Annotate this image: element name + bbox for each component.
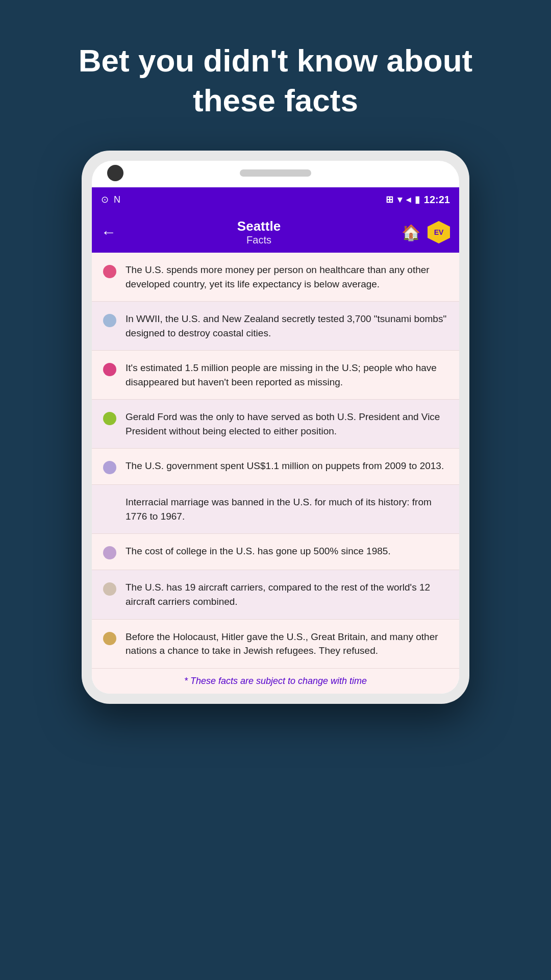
fact-dot (103, 314, 116, 327)
fact-dot (103, 363, 116, 376)
wifi-icon: ▾ (397, 194, 402, 205)
fact-text: The U.S. spends more money per person on… (126, 263, 448, 291)
signal-icon: ◂ (406, 194, 411, 205)
fact-text: Before the Holocaust, Hitler gave the U.… (126, 630, 448, 658)
status-bar: ⊙ N ⊞ ▾ ◂ ▮ 12:21 (92, 187, 459, 212)
list-item[interactable]: Gerald Ford was the only to have served … (92, 400, 459, 449)
camera-status-icon: ⊙ (101, 194, 109, 205)
status-time: 12:21 (424, 194, 450, 206)
status-bar-right: ⊞ ▾ ◂ ▮ 12:21 (386, 194, 450, 206)
fact-dot (103, 412, 116, 425)
list-item[interactable]: Before the Holocaust, Hitler gave the U.… (92, 620, 459, 669)
ev-badge-text: EV (434, 228, 444, 236)
list-item[interactable]: In WWII, the U.S. and New Zealand secret… (92, 302, 459, 351)
battery-icon: ▮ (415, 194, 420, 205)
fact-text: It's estimated 1.5 million people are mi… (126, 361, 448, 389)
footer-note: * These facts are subject to change with… (92, 669, 459, 694)
back-button[interactable]: ← (101, 224, 116, 241)
facts-list: The U.S. spends more money per person on… (92, 253, 459, 669)
fact-dot (103, 546, 116, 559)
phone-notch (92, 161, 459, 187)
app-bar-subtitle: Facts (246, 234, 271, 246)
phone-frame: ⊙ N ⊞ ▾ ◂ ▮ 12:21 ← Seattle Facts 🏠 EV (82, 151, 469, 704)
fact-text: The U.S. has 19 aircraft carriers, compa… (126, 580, 448, 608)
fact-text: In WWII, the U.S. and New Zealand secret… (126, 312, 448, 340)
ev-badge-button[interactable]: EV (428, 221, 450, 243)
app-bar: ← Seattle Facts 🏠 EV (92, 212, 459, 253)
page-headline: Bet you didn't know about these facts (0, 0, 551, 151)
list-item[interactable]: The U.S. has 19 aircraft carriers, compa… (92, 570, 459, 619)
fact-dot (103, 461, 116, 474)
app-bar-title-group: Seattle Facts (126, 218, 392, 246)
fact-text: Interracial marriage was banned in the U… (126, 495, 448, 523)
fact-dot (103, 265, 116, 278)
phone-camera (107, 165, 123, 181)
list-item[interactable]: It's estimated 1.5 million people are mi… (92, 351, 459, 400)
app-bar-title: Seattle (237, 218, 281, 234)
list-item[interactable]: The U.S. spends more money per person on… (92, 253, 459, 302)
list-item[interactable]: Interracial marriage was banned in the U… (92, 485, 459, 534)
fact-dot (103, 632, 116, 645)
app-bar-icons: 🏠 EV (402, 221, 450, 243)
home-button[interactable]: 🏠 (402, 224, 420, 241)
fact-dot (103, 582, 116, 596)
cast-icon: ⊞ (386, 194, 393, 205)
n-status-icon: N (114, 194, 120, 205)
phone-screen: ⊙ N ⊞ ▾ ◂ ▮ 12:21 ← Seattle Facts 🏠 EV (92, 187, 459, 694)
status-bar-left: ⊙ N (101, 194, 120, 205)
fact-text: The U.S. government spent US$1.1 million… (126, 459, 448, 473)
fact-text: Gerald Ford was the only to have served … (126, 410, 448, 438)
list-item[interactable]: The cost of college in the U.S. has gone… (92, 534, 459, 570)
fact-text: The cost of college in the U.S. has gone… (126, 544, 448, 558)
list-item[interactable]: The U.S. government spent US$1.1 million… (92, 449, 459, 485)
phone-speaker (240, 169, 311, 177)
